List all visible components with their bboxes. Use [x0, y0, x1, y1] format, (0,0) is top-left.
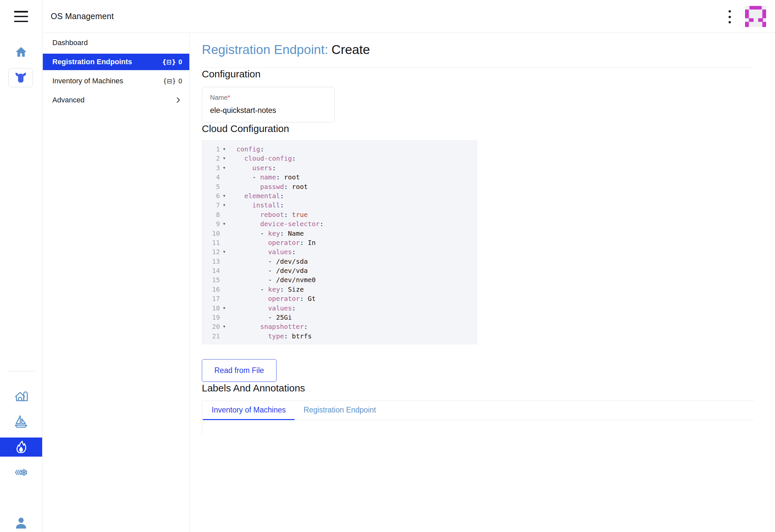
- fold-spacer: [220, 332, 228, 341]
- fold-spacer: [220, 210, 228, 219]
- line-number: 21: [207, 332, 220, 341]
- line-number: 4: [207, 172, 220, 182]
- page-title-action: Create: [331, 42, 370, 57]
- code-line: 8 reboot: true: [207, 210, 477, 219]
- code-text: cloud-config:: [236, 154, 296, 163]
- fold-spacer: [220, 172, 228, 182]
- code-text: - /dev/vda: [236, 266, 308, 275]
- home-button[interactable]: [0, 45, 42, 59]
- fold-spacer: [220, 238, 228, 247]
- rail-button-sailboat[interactable]: [0, 414, 42, 430]
- flame-icon: [13, 440, 29, 455]
- line-number: 16: [207, 285, 220, 294]
- code-line: 12▾ values:: [207, 247, 477, 256]
- line-number: 19: [207, 313, 220, 322]
- code-text: values:: [236, 247, 296, 256]
- line-number: 2: [207, 154, 220, 163]
- rail-button-barn[interactable]: [0, 388, 42, 404]
- hamburger-menu-button[interactable]: [14, 11, 28, 22]
- fold-arrow-icon[interactable]: ▾: [220, 163, 228, 172]
- code-line: 15 - /dev/nvme0: [207, 275, 477, 285]
- code-text: - /dev/nvme0: [236, 275, 316, 285]
- sailboat-icon: [13, 414, 29, 430]
- fold-arrow-icon[interactable]: ▾: [220, 154, 228, 163]
- user-menu-button[interactable]: [0, 515, 42, 532]
- fold-arrow-icon[interactable]: ▾: [220, 144, 228, 154]
- fold-arrow-icon[interactable]: ▾: [220, 322, 228, 331]
- hamburger-bar: [14, 11, 28, 13]
- fold-arrow-icon[interactable]: ▾: [220, 219, 228, 228]
- tab-inventory-of-machines[interactable]: Inventory of Machines: [203, 401, 295, 420]
- rail-button-flame-selected[interactable]: [0, 438, 42, 457]
- tab-label: Registration Endpoint: [303, 406, 376, 415]
- tab-registration-endpoint[interactable]: Registration Endpoint: [295, 401, 385, 420]
- count-value: 0: [178, 77, 182, 85]
- line-number: 10: [207, 229, 220, 238]
- fold-arrow-icon[interactable]: ▾: [220, 247, 228, 256]
- rail-button-turbine[interactable]: [0, 464, 42, 481]
- line-number: 3: [207, 163, 220, 172]
- read-from-file-button[interactable]: Read from File: [202, 359, 276, 382]
- sidebar-item-registration-endpoints[interactable]: Registration Endpoints {⊟} 0: [43, 54, 189, 70]
- sidebar-item-label: Dashboard: [52, 38, 88, 47]
- nav-sidebar: Dashboard Registration Endpoints {⊟} 0 I…: [43, 33, 190, 532]
- turbine-icon: [13, 465, 29, 480]
- code-line: 9▾ device-selector:: [207, 219, 477, 228]
- name-field-label: Name: [210, 94, 227, 101]
- tab-label: Inventory of Machines: [212, 406, 286, 415]
- kebab-menu-button[interactable]: [728, 10, 731, 23]
- name-field[interactable]: Name*: [202, 87, 335, 122]
- configuration-heading: Configuration: [202, 68, 754, 80]
- code-text: - key: Size: [236, 285, 304, 294]
- barn-icon: [13, 388, 29, 404]
- code-text: elemental:: [236, 191, 284, 200]
- count-badge: {⊟} 0: [163, 77, 182, 85]
- home-icon: [15, 46, 27, 58]
- fold-arrow-icon[interactable]: ▾: [220, 304, 228, 313]
- sidebar-item-label: Inventory of Machines: [52, 77, 123, 85]
- line-number: 11: [207, 238, 220, 247]
- user-icon: [14, 516, 28, 531]
- code-line: 2▾ cloud-config:: [207, 154, 477, 163]
- code-text: passwd: root: [236, 182, 308, 191]
- top-bar: OS Management: [43, 0, 775, 33]
- sidebar-item-dashboard[interactable]: Dashboard: [43, 35, 189, 51]
- line-number: 17: [207, 294, 220, 303]
- name-input[interactable]: [210, 106, 325, 115]
- kebab-dot: [729, 21, 731, 23]
- code-text: - /dev/sda: [236, 257, 308, 266]
- cloud-configuration-heading: Cloud Configuration: [202, 122, 754, 135]
- elemental-app-button[interactable]: [8, 68, 33, 87]
- line-number: 18: [207, 304, 220, 313]
- code-line: 10 - key: Name: [207, 229, 477, 238]
- kebab-dot: [729, 10, 731, 13]
- line-number: 9: [207, 219, 220, 228]
- brand-logo[interactable]: [745, 6, 766, 27]
- hamburger-bar: [14, 16, 28, 17]
- code-line: 20▾ snapshotter:: [207, 322, 477, 331]
- code-line: 17 operator: Gt: [207, 294, 477, 303]
- fold-arrow-icon[interactable]: ▾: [220, 200, 228, 210]
- code-line: 4 - name: root: [207, 172, 477, 182]
- main-content: Registration Endpoint:Create Configurati…: [190, 33, 775, 532]
- code-line: 21 type: btrfs: [207, 332, 477, 341]
- sidebar-item-inventory-of-machines[interactable]: Inventory of Machines {⊟} 0: [43, 73, 189, 89]
- line-number: 13: [207, 257, 220, 266]
- page-title: Registration Endpoint:Create: [202, 42, 754, 58]
- fold-spacer: [220, 229, 228, 238]
- code-text: operator: Gt: [236, 294, 316, 303]
- code-line: 1▾config:: [207, 144, 477, 154]
- fold-arrow-icon[interactable]: ▾: [220, 191, 228, 200]
- fold-spacer: [220, 313, 228, 322]
- labels-annotations-heading: Labels And Annotations: [202, 382, 754, 394]
- line-number: 12: [207, 247, 220, 256]
- sidebar-item-label: Registration Endpoints: [52, 58, 132, 66]
- code-line: 6▾ elemental:: [207, 191, 477, 200]
- sidebar-item-advanced[interactable]: Advanced: [43, 92, 189, 108]
- count-value: 0: [178, 58, 182, 66]
- page-title-resource: Registration Endpoint:: [202, 42, 328, 57]
- code-text: type: btrfs: [236, 332, 312, 341]
- line-number: 7: [207, 200, 220, 210]
- code-editor[interactable]: 1▾config:2▾ cloud-config:3▾ users:4 - na…: [202, 140, 478, 344]
- hamburger-bar: [14, 21, 28, 22]
